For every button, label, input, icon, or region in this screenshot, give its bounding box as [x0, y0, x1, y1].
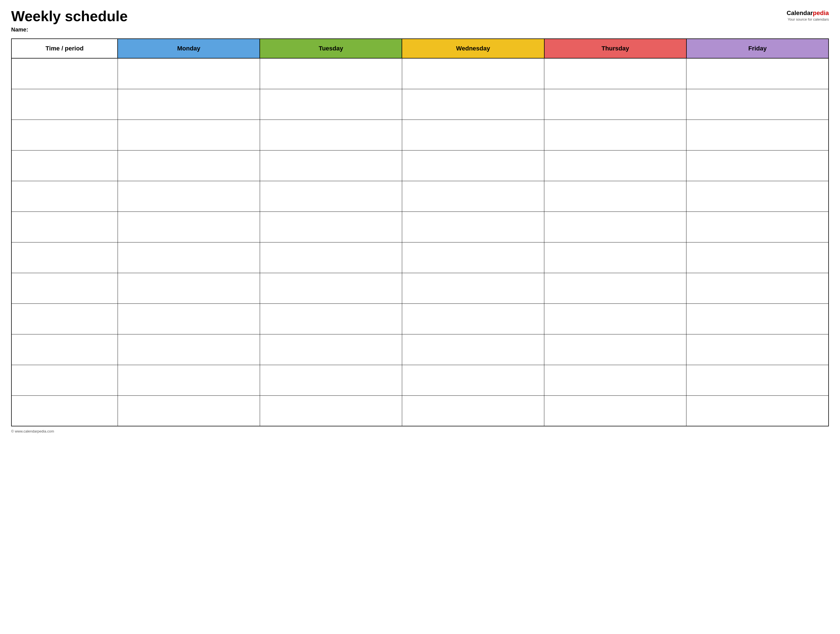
table-cell[interactable]: [260, 58, 402, 89]
table-row: [11, 181, 829, 211]
table-cell[interactable]: [544, 58, 687, 89]
table-cell[interactable]: [118, 303, 260, 334]
header-time: Time / period: [11, 39, 118, 58]
table-cell[interactable]: [544, 150, 687, 181]
table-cell[interactable]: [402, 120, 544, 150]
table-cell[interactable]: [687, 211, 829, 242]
table-row: [11, 334, 829, 365]
table-cell[interactable]: [11, 211, 118, 242]
table-cell[interactable]: [260, 211, 402, 242]
table-cell[interactable]: [544, 89, 687, 120]
table-cell[interactable]: [260, 365, 402, 396]
table-cell[interactable]: [687, 242, 829, 273]
table-cell[interactable]: [687, 303, 829, 334]
table-cell[interactable]: [118, 150, 260, 181]
table-cell[interactable]: [118, 89, 260, 120]
table-row: [11, 273, 829, 303]
table-cell[interactable]: [11, 334, 118, 365]
table-cell[interactable]: [118, 181, 260, 211]
table-cell[interactable]: [118, 273, 260, 303]
table-row: [11, 58, 829, 89]
table-cell[interactable]: [687, 58, 829, 89]
table-cell[interactable]: [118, 211, 260, 242]
table-header: Time / period Monday Tuesday Wednesday T…: [11, 39, 829, 58]
table-cell[interactable]: [11, 396, 118, 426]
table-cell[interactable]: [402, 89, 544, 120]
title-area: Weekly schedule Name:: [11, 8, 128, 33]
table-cell[interactable]: [118, 396, 260, 426]
table-cell[interactable]: [118, 365, 260, 396]
table-cell[interactable]: [118, 120, 260, 150]
header-section: Weekly schedule Name: Calendarpedia Your…: [11, 8, 829, 33]
table-cell[interactable]: [544, 273, 687, 303]
table-cell[interactable]: [402, 58, 544, 89]
page-title: Weekly schedule: [11, 8, 128, 24]
logo-tagline: Your source for calendars: [788, 17, 829, 22]
table-cell[interactable]: [402, 150, 544, 181]
table-row: [11, 303, 829, 334]
table-cell[interactable]: [687, 181, 829, 211]
table-cell[interactable]: [260, 150, 402, 181]
table-row: [11, 89, 829, 120]
table-cell[interactable]: [402, 242, 544, 273]
table-cell[interactable]: [687, 150, 829, 181]
table-cell[interactable]: [260, 89, 402, 120]
table-row: [11, 211, 829, 242]
table-cell[interactable]: [402, 396, 544, 426]
table-cell[interactable]: [260, 273, 402, 303]
header-monday: Monday: [118, 39, 260, 58]
table-cell[interactable]: [118, 58, 260, 89]
table-cell[interactable]: [402, 365, 544, 396]
table-cell[interactable]: [687, 89, 829, 120]
table-cell[interactable]: [260, 334, 402, 365]
table-cell[interactable]: [260, 242, 402, 273]
table-cell[interactable]: [402, 334, 544, 365]
header-wednesday: Wednesday: [402, 39, 544, 58]
table-row: [11, 150, 829, 181]
table-cell[interactable]: [260, 120, 402, 150]
name-label: Name:: [11, 27, 128, 33]
footer-url: © www.calendarpedia.com: [11, 429, 829, 433]
table-cell[interactable]: [544, 334, 687, 365]
table-cell[interactable]: [687, 273, 829, 303]
table-cell[interactable]: [118, 334, 260, 365]
table-cell[interactable]: [260, 181, 402, 211]
table-cell[interactable]: [402, 211, 544, 242]
table-cell[interactable]: [11, 58, 118, 89]
table-cell[interactable]: [687, 120, 829, 150]
table-cell[interactable]: [402, 273, 544, 303]
table-cell[interactable]: [544, 211, 687, 242]
logo-text: Calendarpedia: [786, 9, 829, 17]
table-cell[interactable]: [544, 365, 687, 396]
table-cell[interactable]: [544, 303, 687, 334]
table-row: [11, 120, 829, 150]
table-cell[interactable]: [11, 242, 118, 273]
header-thursday: Thursday: [544, 39, 687, 58]
table-cell[interactable]: [11, 150, 118, 181]
table-cell[interactable]: [544, 396, 687, 426]
header-row: Time / period Monday Tuesday Wednesday T…: [11, 39, 829, 58]
table-cell[interactable]: [687, 334, 829, 365]
logo-area: Calendarpedia Your source for calendars: [786, 8, 829, 22]
table-cell[interactable]: [687, 396, 829, 426]
table-cell[interactable]: [402, 181, 544, 211]
table-cell[interactable]: [11, 120, 118, 150]
table-cell[interactable]: [118, 242, 260, 273]
logo-calendar: Calendar: [786, 9, 813, 16]
table-cell[interactable]: [260, 396, 402, 426]
table-cell[interactable]: [11, 303, 118, 334]
header-friday: Friday: [687, 39, 829, 58]
table-cell[interactable]: [402, 303, 544, 334]
table-cell[interactable]: [11, 181, 118, 211]
table-row: [11, 396, 829, 426]
header-tuesday: Tuesday: [260, 39, 402, 58]
table-cell[interactable]: [544, 120, 687, 150]
table-cell[interactable]: [544, 181, 687, 211]
table-cell[interactable]: [11, 365, 118, 396]
table-body: [11, 58, 829, 426]
table-cell[interactable]: [687, 365, 829, 396]
table-cell[interactable]: [544, 242, 687, 273]
table-cell[interactable]: [11, 89, 118, 120]
table-cell[interactable]: [11, 273, 118, 303]
table-cell[interactable]: [260, 303, 402, 334]
